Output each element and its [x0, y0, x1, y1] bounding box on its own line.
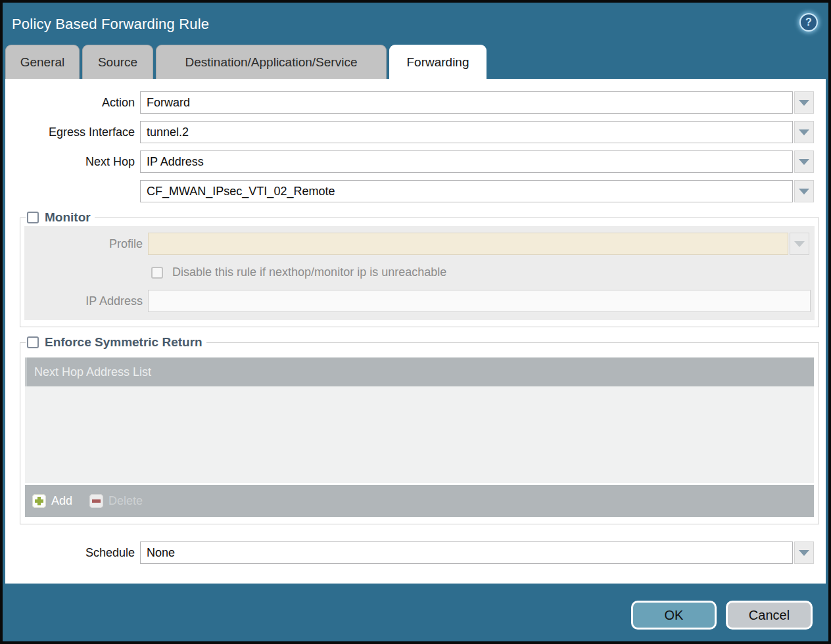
delete-button-label: Delete [108, 494, 143, 508]
symmetric-return-checkbox[interactable] [27, 336, 39, 348]
profile-select [148, 233, 788, 255]
next-hop-type-select[interactable]: IP Address [140, 150, 793, 173]
chevron-down-icon [799, 100, 809, 106]
monitor-ip-label: IP Address [24, 294, 148, 308]
schedule-dropdown-button[interactable] [794, 541, 814, 564]
delete-button: Delete [89, 494, 143, 508]
symmetric-return-legend-label: Enforce Symmetric Return [45, 335, 202, 350]
schedule-select[interactable]: None [140, 541, 793, 564]
dialog-title: Policy Based Forwarding Rule [12, 16, 209, 33]
next-hop-address-dropdown-button[interactable] [794, 180, 814, 202]
egress-interface-dropdown-button[interactable] [794, 121, 814, 143]
chevron-down-icon [799, 189, 809, 195]
monitor-panel: Profile Disable this rule if nexthop/mon… [24, 226, 815, 320]
profile-dropdown-button [790, 233, 809, 255]
chevron-down-icon [799, 129, 809, 135]
ok-button[interactable]: OK [631, 601, 717, 630]
egress-interface-select[interactable]: tunnel.2 [140, 121, 793, 143]
pbf-rule-dialog: Policy Based Forwarding Rule ? General S… [3, 3, 828, 641]
profile-row: Profile [24, 233, 815, 255]
schedule-label: Schedule [5, 546, 140, 560]
monitor-ip-row: IP Address [24, 290, 815, 312]
action-label: Action [5, 96, 140, 110]
next-hop-address-row: CF_MWAN_IPsec_VTI_02_Remote [5, 180, 826, 202]
schedule-row: Schedule None [5, 541, 826, 564]
next-hop-address-list-body [25, 386, 814, 483]
next-hop-address-select[interactable]: CF_MWAN_IPsec_VTI_02_Remote [140, 180, 793, 202]
disable-rule-checkbox [151, 267, 163, 279]
monitor-ip-input [148, 290, 811, 312]
symmetric-return-legend: Enforce Symmetric Return [26, 335, 206, 350]
next-hop-label: Next Hop [5, 155, 140, 169]
tab-general[interactable]: General [5, 45, 80, 79]
next-hop-row: Next Hop IP Address [5, 150, 826, 173]
cancel-button[interactable]: Cancel [726, 601, 813, 630]
action-select[interactable]: Forward [140, 91, 793, 114]
disable-rule-label: Disable this rule if nexthop/monitor ip … [172, 265, 446, 279]
tab-source[interactable]: Source [82, 45, 153, 79]
dialog-titlebar: Policy Based Forwarding Rule ? [3, 3, 828, 45]
forwarding-tab-panel: Action Forward Egress Interface tunnel.2… [5, 79, 826, 584]
screen: Policy Based Forwarding Rule ? General S… [0, 0, 831, 644]
next-hop-address-list-table: Next Hop Address List Add Delete [25, 357, 814, 517]
chevron-down-icon [799, 550, 809, 556]
next-hop-address-list-header: Next Hop Address List [25, 357, 814, 386]
egress-interface-label: Egress Interface [5, 126, 140, 139]
monitor-legend-label: Monitor [45, 210, 91, 225]
next-hop-dropdown-button[interactable] [794, 150, 814, 173]
dialog-button-bar: OK Cancel [3, 584, 828, 641]
monitor-legend: Monitor [26, 210, 95, 225]
action-dropdown-button[interactable] [794, 91, 814, 114]
minus-icon [89, 494, 103, 508]
chevron-down-icon [794, 241, 805, 247]
symmetric-return-group: Enforce Symmetric Return Next Hop Addres… [20, 335, 819, 524]
plus-icon [32, 494, 46, 508]
tab-forwarding[interactable]: Forwarding [389, 45, 487, 79]
disable-rule-row: Disable this rule if nexthop/monitor ip … [151, 265, 815, 279]
monitor-group: Monitor Profile Disable this rule if nex… [20, 210, 819, 327]
egress-interface-row: Egress Interface tunnel.2 [5, 121, 826, 143]
action-row: Action Forward [5, 91, 826, 114]
help-icon[interactable]: ? [799, 13, 818, 32]
add-button[interactable]: Add [32, 494, 72, 508]
monitor-checkbox[interactable] [27, 212, 39, 223]
add-button-label: Add [51, 494, 72, 508]
next-hop-address-list-toolbar: Add Delete [25, 485, 814, 517]
tab-bar: General Source Destination/Application/S… [3, 45, 828, 79]
tab-destination-application-service[interactable]: Destination/Application/Service [156, 45, 387, 79]
chevron-down-icon [799, 159, 809, 165]
profile-label: Profile [24, 237, 148, 251]
